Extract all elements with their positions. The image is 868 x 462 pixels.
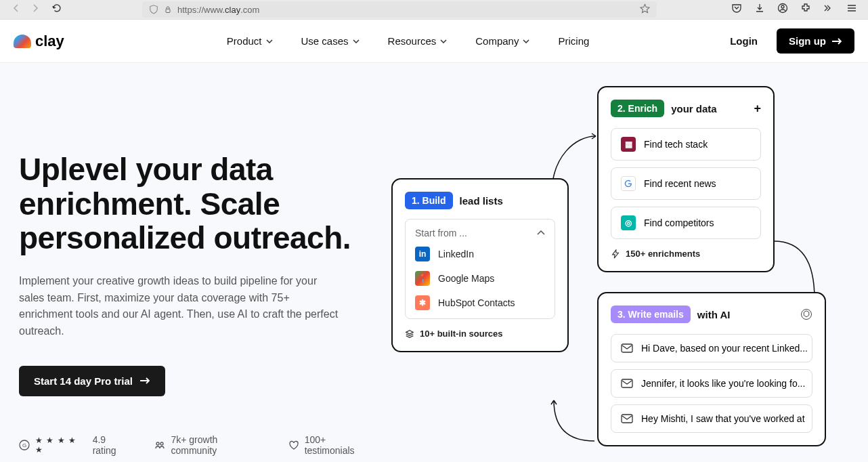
nav-pricing[interactable]: Pricing [558,35,589,47]
badge-enrich: 2. Enrich [611,100,664,117]
email-preview[interactable]: Hey Mishti, I saw that you've worked at [611,404,812,433]
googlemaps-icon: 📍 [415,271,430,286]
download-icon[interactable] [754,3,765,16]
nav-resources[interactable]: Resources [388,35,448,47]
svg-rect-8 [622,379,632,387]
badge-emails: 3. Write emails [611,306,691,323]
refresh-button[interactable] [51,3,62,16]
email-preview[interactable]: Jennifer, it looks like you're looking f… [611,369,812,398]
lock-icon [164,5,172,14]
g2-icon: G [19,440,30,450]
url-text: https://www.clay.com [177,5,259,15]
signup-button[interactable]: Sign up [777,28,854,54]
enrich-tech-stack[interactable]: ▦Find tech stack [611,128,761,161]
enrich-news[interactable]: Find recent news [611,167,761,200]
menu-icon[interactable] [846,3,857,16]
techstack-icon: ▦ [621,137,636,152]
main-nav: Product Use cases Resources Company Pric… [227,35,590,47]
connector-arrow [547,394,601,448]
bookmark-star-icon[interactable] [640,3,650,16]
heart-icon [288,440,299,450]
browser-chrome: https://www.clay.com [0,0,868,20]
address-bar[interactable]: https://www.clay.com [142,1,657,18]
mail-icon [621,414,633,423]
chevron-up-icon [537,230,545,236]
chevron-down-icon [440,39,447,43]
nav-use-cases[interactable]: Use cases [301,35,360,47]
svg-point-6 [160,442,163,445]
logo-icon [14,35,31,48]
svg-text:G: G [22,442,26,448]
source-linkedin[interactable]: inLinkedIn [415,247,545,261]
card-enrich: 2. Enrich your data + ▦Find tech stack F… [597,86,775,272]
svg-rect-0 [166,9,170,12]
target-icon: ◎ [621,215,636,230]
svg-point-2 [781,5,784,8]
mail-icon [621,379,633,388]
enrich-competitors[interactable]: ◎Find competitors [611,207,761,239]
login-link[interactable]: Login [730,35,758,47]
cta-button[interactable]: Start 14 day Pro trial [19,366,165,396]
openai-icon [800,308,812,320]
linkedin-icon: in [415,247,430,261]
card-build: 1. Build lead lists Start from ... inLin… [391,178,569,352]
arrow-right-icon [831,37,842,45]
logo[interactable]: clay [14,33,64,50]
arrow-right-icon [139,377,150,385]
social-proof: G ★ ★ ★ ★ ★ 4.9 rating 7k+ growth commun… [19,434,378,456]
svg-rect-7 [622,344,632,352]
hero-title: Uplevel your data enrichment. Scale pers… [19,152,378,255]
google-icon [621,176,636,191]
stack-icon [405,329,414,339]
nav-company[interactable]: Company [475,35,529,47]
hubspot-icon: ✱ [415,295,430,310]
email-preview[interactable]: Hi Dave, based on your recent Linked... [611,334,812,362]
bolt-icon [611,249,620,259]
hero-subtitle: Implement your creative growth ideas to … [19,273,344,340]
forward-button[interactable] [30,3,41,16]
logo-text: clay [35,33,64,50]
testimonials-proof: 100+ testimonials [288,434,378,456]
badge-build: 1. Build [405,192,453,209]
site-header: clay Product Use cases Resources Company… [0,20,868,63]
card-emails: 3. Write emails with AI Hi Dave, based o… [597,292,826,446]
source-hubspot[interactable]: ✱HubSpot Contacts [415,295,545,310]
build-footer: 10+ built-in sources [405,329,555,339]
source-googlemaps[interactable]: 📍Google Maps [415,271,545,286]
nav-product[interactable]: Product [227,35,273,47]
rating-proof: G ★ ★ ★ ★ ★ 4.9 rating [19,434,131,456]
people-icon [154,440,165,450]
chevron-down-icon [353,39,360,43]
source-dropdown[interactable]: Start from ... inLinkedIn 📍Google Maps ✱… [405,219,555,319]
svg-rect-9 [622,415,632,423]
account-icon[interactable] [777,3,788,16]
pocket-icon[interactable] [731,3,742,16]
shield-icon [149,5,158,14]
chevron-down-icon [266,39,273,43]
overflow-icon[interactable] [823,3,834,16]
enrich-footer: 150+ enrichments [611,249,761,259]
stars-icon: ★ ★ ★ ★ ★ [35,436,87,455]
plus-icon[interactable]: + [754,102,761,116]
back-button[interactable] [11,3,22,16]
chevron-down-icon [523,39,529,43]
extensions-icon[interactable] [800,3,811,16]
svg-point-5 [156,442,159,445]
mail-icon [621,343,633,353]
community-proof: 7k+ growth community [154,434,265,456]
